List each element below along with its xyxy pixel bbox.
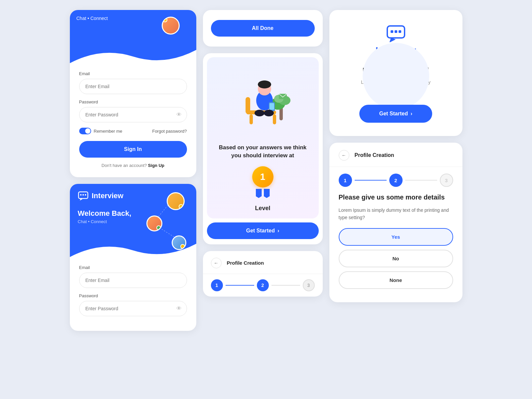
step-3-small: 3	[303, 279, 315, 291]
svg-rect-2	[83, 194, 84, 196]
svg-point-16	[258, 80, 271, 88]
answer-none-label: None	[390, 277, 402, 283]
illustration-area	[214, 64, 312, 137]
column-1: Chat • Connect Email Password 👁	[70, 10, 196, 331]
sign-in-button[interactable]: Sign In	[79, 141, 187, 158]
medal-circle: 1	[252, 166, 273, 188]
answer-no-label: No	[393, 256, 399, 261]
medal-number: 1	[260, 172, 266, 182]
level-label: Level	[214, 205, 312, 212]
avatar-net-1	[167, 192, 185, 210]
person-illustration	[230, 67, 296, 134]
email-input[interactable]	[79, 79, 187, 94]
remember-wrap: Remember me	[79, 128, 122, 134]
pc-title: Profile Creation	[355, 152, 394, 158]
status-dot-1	[179, 204, 183, 209]
blue-eye-icon: 👁	[176, 306, 182, 312]
email-label: Email	[79, 71, 187, 76]
blue-email-wrap	[79, 273, 187, 288]
svg-point-20	[264, 110, 274, 116]
svg-rect-25	[399, 30, 401, 33]
all-done-button[interactable]: All Done	[211, 20, 315, 37]
answer-yes-label: Yes	[392, 234, 400, 240]
result-card: Based on your answers we think you shoul…	[203, 53, 323, 244]
svg-rect-9	[246, 97, 250, 114]
svg-rect-8	[273, 114, 276, 124]
remember-toggle[interactable]	[79, 128, 91, 134]
avatar-net-2	[146, 215, 162, 231]
answer-no-button[interactable]: No	[339, 250, 453, 267]
avatar-1	[162, 17, 180, 35]
signup-link[interactable]: Sign Up	[148, 163, 164, 168]
ribbon-right	[264, 189, 270, 198]
step-line-1-small	[226, 285, 254, 286]
signup-text: Don't have an account? Sign Up	[79, 163, 187, 168]
blue-password-input[interactable]	[79, 301, 187, 316]
result-description: Based on your answers we think you shoul…	[214, 144, 312, 160]
svg-rect-18	[269, 103, 274, 110]
status-dot-2	[156, 225, 161, 230]
header-text: Chat • Connect	[77, 16, 108, 21]
back-icon-small: ←	[214, 260, 219, 266]
blue-header: Interview Welcome Back, Chat • Connect	[70, 184, 196, 257]
svg-rect-1	[80, 194, 82, 196]
remember-label: Remember me	[94, 129, 122, 134]
login-header: Chat • Connect	[70, 10, 196, 63]
back-button-large[interactable]: ←	[339, 150, 349, 161]
answer-none-button[interactable]: None	[339, 271, 453, 289]
back-button-small[interactable]: ←	[211, 258, 222, 268]
medal-wrap: 1	[214, 166, 312, 198]
result-body: Based on your answers we think you shoul…	[207, 57, 319, 218]
password-input[interactable]	[79, 107, 187, 122]
password-wrap: 👁	[79, 107, 187, 122]
ribbon-left	[256, 189, 262, 198]
get-started-label: Get Started	[246, 228, 275, 234]
blue-password-label: Password	[79, 293, 187, 298]
done-card: All Done	[203, 10, 323, 47]
logo-text: Interview	[92, 192, 123, 200]
blue-email-input[interactable]	[79, 273, 187, 288]
login-body: Email Password 👁 Remember me Forgot pass…	[70, 63, 196, 177]
svg-rect-7	[250, 114, 253, 124]
column-2: All Done	[203, 10, 323, 297]
blue-password-wrap: 👁	[79, 301, 187, 316]
password-label: Password	[79, 99, 187, 104]
medal-ribbon	[256, 189, 270, 198]
pc-section-title: Please give us some more details	[339, 194, 453, 201]
gs-chat-icon	[386, 23, 406, 43]
blue-login-body: Email Password 👁	[70, 257, 196, 331]
pc-line-2	[405, 180, 437, 181]
arrow-icon: ›	[277, 228, 279, 234]
eye-icon: 👁	[176, 112, 182, 118]
toggle-knob	[85, 128, 90, 134]
result-get-started-button[interactable]: Get Started ›	[207, 222, 319, 239]
pc-step-2: 2	[389, 174, 403, 187]
profile-small-title: Profile Creation	[227, 260, 264, 266]
profile-small-card: ← Profile Creation 1 2 3	[203, 251, 323, 297]
svg-rect-24	[395, 30, 397, 33]
pc-line-1	[355, 180, 387, 181]
step-1-small: 1	[211, 279, 223, 291]
status-dot	[163, 18, 167, 22]
steps-row-small: 1 2 3	[203, 274, 323, 297]
pc-header: ← Profile Creation	[329, 143, 462, 167]
answer-yes-button[interactable]: Yes	[339, 228, 453, 246]
email-wrap	[79, 79, 187, 94]
svg-point-19	[255, 110, 265, 116]
blue-login-card: Interview Welcome Back, Chat • Connect	[70, 184, 196, 331]
step-line-2-small	[271, 285, 300, 286]
chat-icon	[78, 191, 89, 201]
get-started-main-label: Get Started	[379, 111, 408, 117]
get-started-card: Interview Let's get started Let's connec…	[329, 10, 462, 136]
profile-small-header: ← Profile Creation	[203, 251, 323, 274]
forgot-password-link[interactable]: Forgot password?	[152, 129, 187, 134]
svg-rect-23	[391, 30, 393, 33]
result-footer: Get Started ›	[203, 222, 323, 244]
column-3: Interview Let's get started Let's connec…	[329, 10, 462, 302]
pc-step-1: 1	[339, 174, 352, 187]
svg-rect-3	[85, 194, 86, 196]
no-account-text: Don't have an account?	[101, 163, 147, 168]
get-started-main-button[interactable]: Get Started ›	[359, 105, 433, 123]
step-2-small: 2	[257, 279, 269, 291]
blue-email-label: Email	[79, 265, 187, 270]
